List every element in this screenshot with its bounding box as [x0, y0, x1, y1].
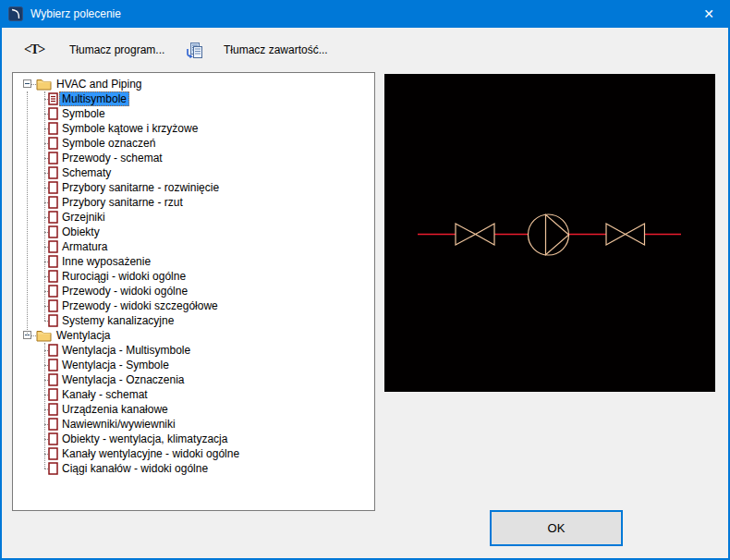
tree-item[interactable]: Kanały - schemat [13, 387, 374, 402]
tree-item-label: Nawiewniki/wywiewniki [59, 417, 178, 432]
tree-item[interactable]: Rurociągi - widoki ogólne [13, 269, 374, 284]
symbol-icon [48, 255, 58, 268]
tree-item[interactable]: Wentylacja - Symbole [13, 358, 374, 372]
symbol-icon [48, 107, 58, 120]
translate-content-label: Tłumacz zawartość... [224, 43, 328, 56]
translate-program-icon: <T> [24, 43, 44, 57]
tree-item-label: Schematy [59, 165, 114, 180]
symbol-icon [48, 240, 58, 253]
symbol-icon [48, 314, 58, 327]
tree-item-label: Armatura [59, 239, 110, 254]
tree-item[interactable]: Systemy kanalizacyjne [13, 313, 374, 328]
valve-symbol-right [606, 224, 645, 245]
tree-item-label: Grzejniki [59, 210, 108, 225]
minus-glyph [25, 83, 30, 84]
tree-connector-line [44, 343, 45, 469]
tree-connector-line [27, 91, 28, 335]
translate-content-label-button[interactable]: Tłumacz zawartość... [224, 28, 328, 72]
tree-item-label: Obiekty - wentylacja, klimatyzacja [59, 432, 230, 446]
symbol-icon [48, 447, 58, 460]
tree-item[interactable]: Grzejniki [13, 210, 374, 225]
toolbar: <T> Tłumacz program... Tłumacz zawartość… [0, 28, 730, 72]
tree-item-label: Urządzenia kanałowe [59, 402, 171, 417]
title-bar: Wybierz polecenie ✕ [0, 0, 730, 28]
tree-item[interactable]: Przewody - widoki szczegółowe [13, 298, 374, 313]
tree-connector-line [44, 91, 45, 321]
tree-item[interactable]: Przybory sanitarne - rozwinięcie [13, 180, 374, 195]
symbol-icon [48, 137, 58, 150]
tree-item-label: Symbole kątowe i krzyżowe [59, 121, 201, 136]
tree-item-label: Przewody - widoki szczegółowe [59, 298, 221, 313]
tree-item[interactable]: Symbole kątowe i krzyżowe [13, 121, 374, 136]
translate-program-label-button[interactable]: Tłumacz program... [69, 28, 164, 72]
tree-group-row[interactable]: Wentylacja [13, 328, 374, 343]
tree-item[interactable]: Symbole [13, 106, 374, 121]
symbol-icon [48, 285, 58, 298]
tree-item-label: Kanały - schemat [59, 387, 151, 402]
tree-item[interactable]: Symbole oznaczeń [13, 136, 374, 151]
symbol-icon [48, 388, 58, 401]
valve-symbol-left [456, 224, 494, 245]
app-icon [8, 6, 23, 21]
translate-content-icon [186, 42, 203, 59]
symbol-icon [48, 418, 58, 431]
tree-item[interactable]: Inne wyposażenie [13, 254, 374, 269]
symbol-icon [48, 359, 58, 371]
collapse-expander-icon[interactable] [23, 79, 31, 88]
tree-item-label: Wentylacja - Symbole [59, 358, 172, 372]
tree-item[interactable]: Wentylacja - Multisymbole [13, 343, 374, 358]
tree-item-label: Rurociągi - widoki ogólne [59, 269, 189, 284]
tree-item[interactable]: Obiekty [13, 225, 374, 239]
tree-item[interactable]: Przybory sanitarne - rzut [13, 195, 374, 210]
symbol-icon [48, 373, 58, 386]
tree-item-label: Symbole oznaczeń [59, 136, 158, 151]
tree-item[interactable]: Armatura [13, 239, 374, 254]
symbol-icon [48, 270, 58, 283]
tree-item-label: Ciągi kanałów - widoki ogólne [59, 461, 211, 476]
symbol-icon [48, 166, 58, 179]
dialog-window: Wybierz polecenie ✕ <T> Tłumacz program.… [0, 0, 730, 560]
tree-item[interactable]: Multisymbole [13, 91, 374, 106]
folder-icon [36, 78, 52, 91]
symbol-icon [48, 211, 58, 224]
tree-item-label: Multisymbole [59, 91, 129, 106]
tree-group-label: Wentylacja [54, 328, 113, 343]
translate-program-label: Tłumacz program... [69, 43, 164, 56]
tree-item[interactable]: Obiekty - wentylacja, klimatyzacja [13, 432, 374, 446]
tree-group-row[interactable]: HVAC and Piping [13, 77, 374, 91]
pump-symbol [529, 214, 569, 255]
symbol-icon [48, 181, 58, 194]
folder-icon [36, 329, 52, 342]
tree-item[interactable]: Wentylacja - Oznaczenia [13, 372, 374, 387]
tree-item-label: Przybory sanitarne - rozwinięcie [59, 180, 222, 195]
tree-item-label: Wentylacja - Oznaczenia [59, 372, 188, 387]
tree-item[interactable]: Ciągi kanałów - widoki ogólne [13, 461, 374, 476]
ok-button[interactable]: OK [490, 510, 623, 546]
close-button[interactable]: ✕ [687, 0, 730, 28]
symbol-icon [48, 344, 58, 357]
tree-item[interactable]: Urządzenia kanałowe [13, 402, 374, 417]
tree-item[interactable]: Schematy [13, 165, 374, 180]
tree-item-label: Wentylacja - Multisymbole [59, 343, 193, 358]
tree-item-label: Obiekty [59, 225, 103, 239]
tree-item[interactable]: Kanały wentylacyjne - widoki ogólne [13, 446, 374, 461]
tree-item-label: Przewody - widoki ogólne [59, 284, 190, 298]
symbol-icon [48, 225, 58, 238]
tree-item[interactable]: Nawiewniki/wywiewniki [13, 417, 374, 432]
tree-item-label: Symbole [59, 106, 108, 121]
preview-panel [384, 74, 715, 392]
tree-item-label: Przewody - schemat [59, 151, 165, 165]
window-title: Wybierz polecenie [30, 0, 121, 28]
multisymbol-icon [48, 92, 58, 105]
symbol-icon [48, 432, 58, 445]
symbol-icon [48, 299, 58, 312]
translate-program-button[interactable]: <T> [24, 28, 44, 72]
symbol-preview-drawing [384, 74, 715, 392]
command-tree[interactable]: HVAC and PipingMultisymboleSymboleSymbol… [12, 72, 375, 511]
tree-item[interactable]: Przewody - widoki ogólne [13, 284, 374, 298]
symbol-icon [48, 462, 58, 475]
tree-item[interactable]: Przewody - schemat [13, 151, 374, 165]
translate-content-button[interactable] [186, 28, 203, 72]
tree-item-label: Kanały wentylacyjne - widoki ogólne [59, 446, 242, 461]
symbol-icon [48, 196, 58, 209]
